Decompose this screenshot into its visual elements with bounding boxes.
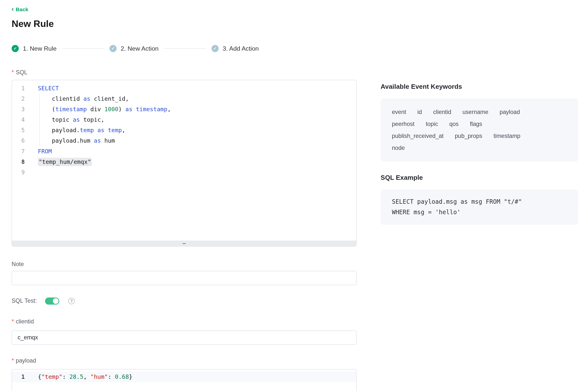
code-text: SELECT [25,83,59,94]
sql-example-line: WHERE msg = 'hello' [392,207,567,218]
payload-field-label: * payload [12,357,357,365]
editor-resize-handle[interactable] [12,241,356,246]
step-1-new-rule[interactable]: 1. New Rule [12,45,57,52]
required-mark: * [12,68,14,76]
code-line[interactable]: 3 (timestamp div 1000) as timestamp, [12,104,356,115]
event-keyword: event [392,108,406,116]
code-text: {"temp": 28.5, "hum": 0.68} [25,372,132,382]
event-keyword: username [462,108,488,116]
clientid-field-label: * clientid [12,317,357,326]
payload-editor[interactable]: 1{"temp": 28.5, "hum": 0.68} [12,369,357,391]
event-keyword: topic [426,120,438,128]
step-2-new-action[interactable]: 2. New Action [110,45,159,52]
line-number: 7 [12,146,25,157]
code-text: payload.temp as temp, [25,125,125,136]
code-line[interactable]: 2 clientid as client_id, [12,94,356,104]
clientid-input[interactable] [12,330,357,345]
sql-example-panel: SELECT payload.msg as msg FROM "t/#"WHER… [381,190,578,225]
code-line[interactable]: 1SELECT [12,83,356,94]
code-line[interactable]: 7FROM [12,146,356,157]
event-keyword: peerhost [392,120,415,128]
note-label-text: Note [12,260,24,268]
line-number: 6 [12,136,25,146]
code-line[interactable]: 8"temp_hum/emqx" [12,157,356,167]
keyword-row: node [392,144,567,152]
sql-test-row: SQL Test: [12,296,357,306]
sql-test-toggle[interactable] [45,297,59,304]
chevron-left-icon [12,6,16,13]
ellipsis-icon [182,240,186,246]
event-keyword: id [417,108,422,116]
clientid-label-text: clientid [16,317,34,326]
check-circle-icon [110,45,117,52]
page-title: New Rule [12,18,357,29]
sql-field-label: * SQL [12,68,357,76]
sql-test-label: SQL Test: [12,297,37,305]
event-keyword: flags [470,120,482,128]
code-text: "temp_hum/emqx" [25,157,92,167]
line-number: 3 [12,104,25,115]
note-field-label: Note [12,260,357,268]
code-text: topic as topic, [25,115,104,125]
event-keyword: node [392,144,405,152]
payload-label-text: payload [16,357,36,365]
event-keyword: timestamp [494,132,520,140]
required-mark: * [12,317,14,326]
indent-guide [39,94,40,146]
code-line[interactable]: 1{"temp": 28.5, "hum": 0.68} [12,372,356,382]
event-keyword: clientid [433,108,451,116]
sql-editor-body[interactable]: 1SELECT2 clientid as client_id,3 (timest… [12,80,356,241]
check-circle-icon [12,45,19,52]
check-circle-icon [211,45,219,52]
sql-example-title: SQL Example [381,173,578,182]
code-line[interactable]: 5 payload.temp as temp, [12,125,356,136]
step-label: 2. New Action [121,45,159,52]
keyword-row: publish_received_atpub_propstimestamp [392,132,567,140]
back-link[interactable]: Back [12,6,28,13]
sql-example-line: SELECT payload.msg as msg FROM "t/#" [392,197,567,207]
page: Back New Rule 1. New Rule 2. New Action … [0,0,588,391]
code-text: payload.hum as hum [25,136,115,146]
step-label: 1. New Rule [23,45,57,52]
payload-editor-body[interactable]: 1{"temp": 28.5, "hum": 0.68} [12,370,356,382]
keyword-row: eventidclientidusernamepayload [392,108,567,116]
sidebar: Available Event Keywords eventidclientid… [381,82,578,225]
line-number: 1 [12,83,25,94]
code-text: (timestamp div 1000) as timestamp, [25,104,171,115]
line-number: 4 [12,115,25,125]
step-3-add-action[interactable]: 3. Add Action [211,45,259,52]
code-line[interactable]: 4 topic as topic, [12,115,356,125]
line-number: 1 [12,372,25,382]
event-keyword: payload [500,108,520,116]
keywords-panel: eventidclientidusernamepayloadpeerhostto… [381,98,578,161]
step-label: 3. Add Action [223,45,259,52]
main-column: Back New Rule 1. New Rule 2. New Action … [12,0,357,391]
code-line[interactable]: 6 payload.hum as hum [12,136,356,146]
event-keyword: qos [449,120,459,128]
line-number: 2 [12,94,25,104]
event-keyword: pub_props [455,132,482,140]
stepper: 1. New Rule 2. New Action 3. Add Action [12,43,357,53]
back-label: Back [16,6,28,12]
step-connector [62,48,104,49]
note-input[interactable] [12,271,357,285]
required-mark: * [12,357,14,365]
line-number: 9 [12,167,25,178]
help-icon[interactable] [68,298,75,304]
keywords-title: Available Event Keywords [381,82,578,91]
line-number: 8 [12,157,25,167]
code-text: FROM [25,146,52,157]
code-line[interactable]: 9 [12,167,356,178]
code-text: clientid as client_id, [25,94,129,104]
sql-editor[interactable]: 1SELECT2 clientid as client_id,3 (timest… [12,80,357,247]
event-keyword: publish_received_at [392,132,443,140]
toggle-knob [53,298,59,304]
sql-label-text: SQL [16,68,27,76]
code-text [25,167,38,178]
line-number: 5 [12,125,25,136]
keyword-row: peerhosttopicqosflags [392,120,567,128]
step-connector [164,48,206,49]
